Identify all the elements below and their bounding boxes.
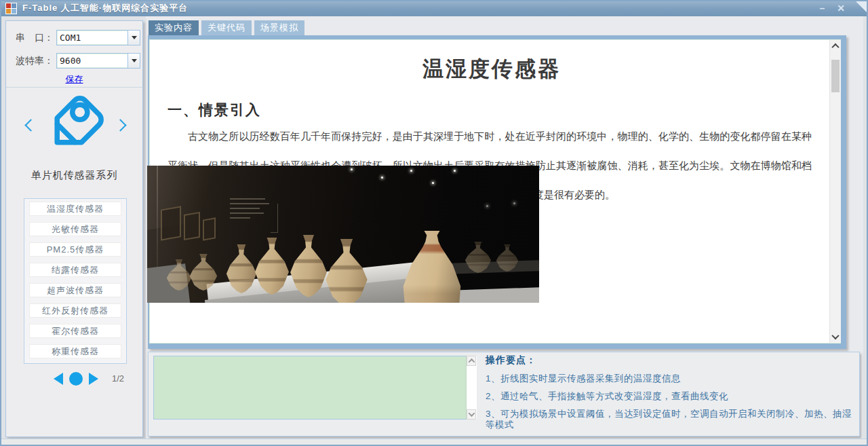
bottom-panel: 操作要点： 1、折线图实时显示传感器采集到的温湿度信息 2、通过哈气、手指接触等… <box>148 352 860 436</box>
section-heading: 一、情景引入 <box>167 100 840 119</box>
sensor-category-label: 单片机传感器系列 <box>6 169 142 182</box>
photo-light-dot <box>432 182 434 184</box>
scroll-down-button[interactable] <box>830 331 841 343</box>
operation-tips: 操作要点： 1、折线图实时显示传感器采集到的温湿度信息 2、通过哈气、手指接触等… <box>486 354 857 430</box>
sensor-button-infrared[interactable]: 红外反射传感器 <box>29 303 121 318</box>
window-controls: – ✕ <box>819 0 845 16</box>
minimize-button[interactable]: – <box>819 1 825 16</box>
tag-icon <box>39 89 111 161</box>
serial-port-dropdown-button[interactable] <box>127 31 140 45</box>
baud-rate-label: 波特率： <box>16 55 56 67</box>
carousel-next-icon[interactable] <box>114 119 126 131</box>
photo-light-dot <box>454 170 456 172</box>
serial-port-select[interactable]: COM1 <box>56 30 140 45</box>
tab-experiment-content[interactable]: 实验内容 <box>149 20 199 35</box>
pager-page-indicator: 1/2 <box>112 373 124 384</box>
log-textarea[interactable] <box>153 356 476 420</box>
tip-item-1: 1、折线图实时显示传感器采集到的温湿度信息 <box>486 373 857 384</box>
serial-port-value: COM1 <box>57 33 127 43</box>
chevron-down-icon <box>132 36 137 39</box>
photo-wall-frame <box>203 217 216 240</box>
chevron-down-icon <box>132 59 137 62</box>
photo-wall-text <box>230 198 269 222</box>
sensor-button-hall[interactable]: 霍尔传感器 <box>29 324 121 338</box>
pager-next-icon[interactable] <box>89 373 98 385</box>
sidebar: 串 口： COM1 波特率： 9600 保存 单片机传感器系列 温湿度传感器 光… <box>5 20 143 437</box>
photo-light-dot <box>351 168 353 170</box>
photo-light-dot <box>513 202 515 204</box>
baud-rate-row: 波特率： 9600 <box>16 53 140 69</box>
sensor-button-pm25[interactable]: PM2.5传感器 <box>29 242 121 257</box>
sensor-button-temp-humidity[interactable]: 温湿度传感器 <box>29 202 121 216</box>
photo-wall-text-bracket <box>271 204 278 233</box>
close-button[interactable]: ✕ <box>837 1 845 16</box>
baud-rate-dropdown-button[interactable] <box>127 54 140 68</box>
content-scrollbar[interactable] <box>829 40 841 343</box>
tab-key-code[interactable]: 关键代码 <box>201 20 252 35</box>
tab-bar: 实验内容 关键代码 场景模拟 <box>149 20 304 35</box>
chevron-down-icon <box>831 332 839 339</box>
serial-port-row: 串 口： COM1 <box>16 30 140 45</box>
scroll-down-button[interactable] <box>467 409 476 420</box>
tip-item-2: 2、通过哈气、手指接触等方式改变温湿度，查看曲线变化 <box>486 391 857 402</box>
corner-fold-decoration <box>854 0 868 14</box>
exhibit-photo <box>147 166 539 303</box>
carousel-prev-icon[interactable] <box>24 119 37 131</box>
photo-wall-frame <box>161 206 181 240</box>
chevron-up-icon <box>468 358 475 365</box>
sensor-button-light[interactable]: 光敏传感器 <box>29 222 121 236</box>
photo-light-dot <box>486 205 488 207</box>
baud-rate-select[interactable]: 9600 <box>56 53 140 69</box>
photo-wall-frame <box>184 212 200 240</box>
sensor-pager: 1/2 <box>6 369 142 390</box>
chevron-up-icon <box>831 43 839 51</box>
scroll-up-button[interactable] <box>830 40 841 52</box>
pager-dot-icon[interactable] <box>69 372 83 386</box>
sensor-button-weight[interactable]: 称重传感器 <box>29 344 121 358</box>
chevron-down-icon <box>468 410 475 417</box>
photo-light-dot <box>410 170 412 172</box>
log-scrollbar[interactable] <box>466 356 477 420</box>
titlebar: F-Table 人工智能·物联网综合实验平台 – ✕ <box>0 0 868 16</box>
sensor-button-dew[interactable]: 结露传感器 <box>29 263 121 277</box>
photo-light-dot <box>381 176 383 179</box>
baud-rate-value: 9600 <box>57 56 127 66</box>
save-link[interactable]: 保存 <box>6 73 142 86</box>
scrollbar-thumb[interactable] <box>831 60 840 92</box>
document-title: 温湿度传感器 <box>163 55 820 83</box>
tab-scene-simulation[interactable]: 场景模拟 <box>254 20 304 35</box>
tip-item-3: 3、可为模拟场景中设置阈值，当达到设定值时，空调自动开启和关闭制冷、加热、抽湿等… <box>486 409 857 430</box>
window-title: F-Table 人工智能·物联网综合实验平台 <box>22 2 188 14</box>
status-bar <box>1 439 867 445</box>
scroll-up-button[interactable] <box>467 356 476 366</box>
serial-port-label: 串 口： <box>16 32 56 44</box>
divider <box>6 87 142 88</box>
pager-prev-icon[interactable] <box>54 373 63 385</box>
tips-title: 操作要点： <box>486 354 857 367</box>
sensor-list-panel: 温湿度传感器 光敏传感器 PM2.5传感器 结露传感器 超声波传感器 红外反射传… <box>24 198 127 364</box>
sensor-button-ultrasonic[interactable]: 超声波传感器 <box>29 283 121 297</box>
app-logo-icon <box>5 3 17 14</box>
